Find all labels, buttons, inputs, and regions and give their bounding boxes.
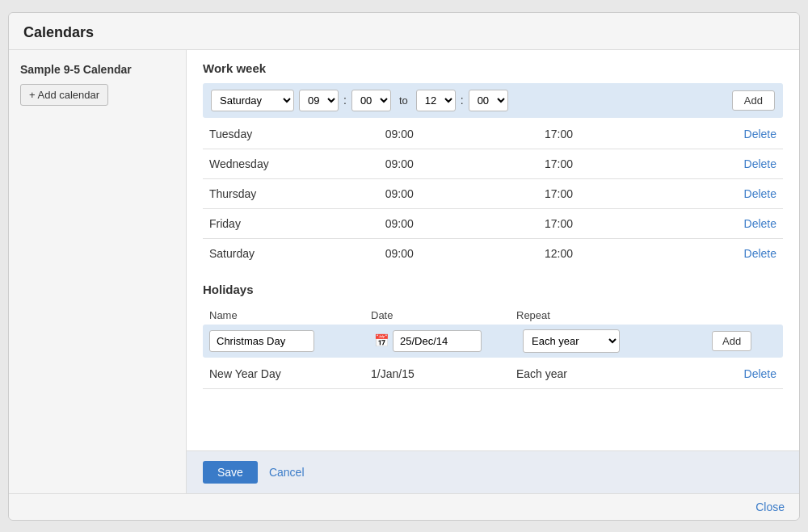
action-cell: Delete	[738, 149, 783, 178]
from-cell: 09:00	[379, 149, 538, 178]
col-repeat-label: Repeat	[516, 309, 712, 321]
repeat-select[interactable]: Each year Once Each month	[523, 329, 620, 353]
action-cell: Delete	[738, 238, 783, 268]
holidays-header: Name Date Repeat	[203, 304, 783, 325]
holidays-add-row: 📅 Each year Once Each month Add	[203, 325, 783, 358]
time-sep-to: :	[461, 94, 464, 107]
calendar-name: Sample 9-5 Calendar	[20, 63, 175, 76]
date-field-wrap: 📅	[374, 330, 520, 352]
holiday-date-cell: 1/Jan/15	[364, 359, 510, 389]
to-cell: 17:00	[538, 178, 737, 208]
day-cell: Thursday	[203, 178, 379, 208]
calendar-icon: 📅	[374, 333, 389, 348]
action-cell: Delete	[738, 208, 783, 238]
close-link[interactable]: Close	[755, 501, 785, 513]
workweek-title: Work week	[203, 61, 783, 75]
window-title: Calendars	[9, 13, 799, 50]
holiday-add-button[interactable]: Add	[712, 331, 751, 351]
day-cell: Saturday	[203, 238, 379, 268]
day-cell: Friday	[203, 208, 379, 238]
window-body: Sample 9-5 Calendar + Add calendar Work …	[9, 50, 799, 493]
table-row: Wednesday 09:00 17:00 Delete	[203, 149, 783, 178]
repeat-wrap: Each year Once Each month	[523, 329, 709, 353]
window-footer: Close	[9, 493, 799, 520]
workweek-add-row: Saturday Monday Tuesday Wednesday Thursd…	[203, 83, 783, 118]
footer-bar: Save Cancel	[187, 450, 799, 493]
day-cell: Wednesday	[203, 149, 379, 178]
from-cell: 09:00	[379, 238, 538, 268]
day-select[interactable]: Saturday Monday Tuesday Wednesday Thursd…	[211, 90, 294, 111]
main-content: Work week Saturday Monday Tuesday Wednes…	[187, 50, 799, 450]
min-to-select[interactable]: 00 15 30 45	[469, 90, 508, 111]
holiday-name-input[interactable]	[209, 330, 314, 352]
from-cell: 09:00	[379, 119, 538, 149]
main-window: Calendars Sample 9-5 Calendar + Add cale…	[8, 12, 800, 521]
col-name-label: Name	[209, 309, 371, 321]
hour-from-select[interactable]: 09 08 10	[299, 90, 339, 111]
schedule-table: Tuesday 09:00 17:00 Delete Wednesday 09:…	[203, 119, 783, 268]
save-button[interactable]: Save	[203, 461, 258, 484]
to-cell: 17:00	[538, 119, 737, 149]
delete-link[interactable]: Delete	[744, 128, 776, 140]
workweek-section: Work week Saturday Monday Tuesday Wednes…	[203, 61, 783, 268]
action-cell: Delete	[738, 178, 783, 208]
min-from-select[interactable]: 00 15 30 45	[351, 90, 391, 111]
to-cell: 12:00	[538, 238, 737, 268]
col-date-label: Date	[371, 309, 516, 321]
time-sep-from: :	[343, 94, 347, 107]
workweek-add-button[interactable]: Add	[732, 90, 775, 111]
holiday-name-cell: New Year Day	[203, 359, 364, 389]
sidebar: Sample 9-5 Calendar + Add calendar	[9, 50, 187, 493]
delete-link[interactable]: Delete	[744, 157, 776, 170]
to-cell: 17:00	[538, 149, 737, 178]
delete-link[interactable]: Delete	[744, 187, 776, 200]
from-cell: 09:00	[379, 178, 538, 208]
holidays-table: New Year Day 1/Jan/15 Each year Delete	[203, 359, 783, 389]
holidays-section: Holidays Name Date Repeat 📅	[203, 283, 783, 389]
delete-link[interactable]: Delete	[744, 247, 776, 260]
hour-to-select[interactable]: 12 17 18	[416, 90, 456, 111]
from-cell: 09:00	[379, 208, 538, 238]
table-row: Saturday 09:00 12:00 Delete	[203, 238, 783, 268]
date-input[interactable]	[393, 330, 482, 352]
add-calendar-button[interactable]: + Add calendar	[20, 84, 108, 106]
holiday-action-cell: Delete	[669, 359, 783, 389]
table-row: Friday 09:00 17:00 Delete	[203, 208, 783, 238]
holidays-title: Holidays	[203, 283, 783, 296]
table-row: New Year Day 1/Jan/15 Each year Delete	[203, 359, 783, 389]
content-wrap: Work week Saturday Monday Tuesday Wednes…	[187, 50, 799, 493]
holiday-name-wrap	[209, 330, 371, 352]
cancel-button[interactable]: Cancel	[266, 461, 308, 484]
delete-link[interactable]: Delete	[744, 217, 776, 230]
action-cell: Delete	[738, 119, 783, 149]
to-cell: 17:00	[538, 208, 737, 238]
to-label: to	[399, 94, 408, 107]
day-cell: Tuesday	[203, 119, 379, 149]
holiday-delete-link[interactable]: Delete	[744, 367, 776, 380]
holiday-repeat-cell: Each year	[510, 359, 669, 389]
table-row: Thursday 09:00 17:00 Delete	[203, 178, 783, 208]
holiday-add-wrap: Add	[712, 331, 776, 351]
table-row: Tuesday 09:00 17:00 Delete	[203, 119, 783, 149]
